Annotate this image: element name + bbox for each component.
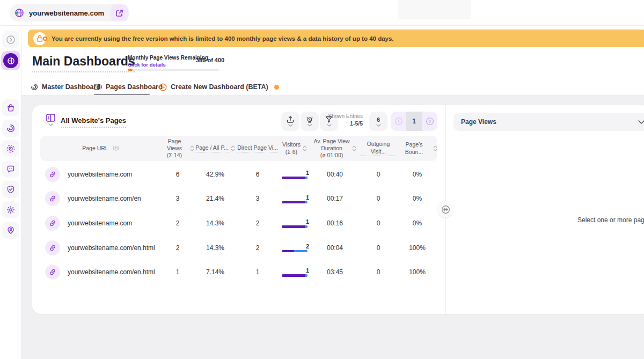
chevron-down-icon: [48, 123, 53, 126]
dashboard-pie-icon: [3, 53, 18, 68]
visitors-cell: 1: [279, 170, 310, 179]
column-header-page-share[interactable]: Page / All P...: [194, 144, 236, 152]
gear-icon: [6, 206, 15, 214]
sidebar-item-settings[interactable]: [2, 201, 19, 218]
chevron-down-icon: [308, 124, 312, 127]
page-views-value: 6: [161, 171, 194, 178]
avg-duration-value: 00:17: [310, 195, 360, 202]
sidebar-collapse-button[interactable]: [2, 31, 19, 48]
column-header-page-views[interactable]: Page Views(Σ 14): [161, 138, 194, 159]
column-label: Outgoing Visit...: [360, 141, 397, 156]
pagination-prev-button[interactable]: [391, 112, 406, 131]
shown-entries-value: 1-5/5: [320, 120, 363, 127]
tab-master-dashboard[interactable]: Master Dashboard: [31, 79, 100, 95]
sidebar-item-visitors[interactable]: [2, 140, 19, 157]
column-label: Page / All P...: [195, 144, 229, 152]
sidebar-item-dashboards[interactable]: [1, 51, 20, 70]
page-size-value: 6: [377, 116, 380, 123]
tab-pages-dashboard[interactable]: Pages Dashboard: [94, 79, 163, 95]
visitors-cell: 1: [279, 218, 310, 228]
sort-icon: [303, 145, 307, 151]
visitors-bar-blue: [305, 201, 308, 204]
avg-duration-value: 00:04: [310, 244, 360, 252]
open-website-button[interactable]: [111, 4, 128, 21]
page-link-button[interactable]: [45, 240, 60, 255]
widget-menu-button[interactable]: [46, 114, 55, 126]
quota-details-link[interactable]: Click for details: [128, 62, 166, 68]
page-views-dropdown[interactable]: Page Views: [453, 113, 644, 131]
page-share-value: 14.3%: [194, 244, 236, 252]
page-share-value: 42.9%: [194, 171, 236, 178]
table-row[interactable]: yourwebsitename.com/en.html 2 14.3% 2 2 …: [40, 236, 437, 260]
page-link-button[interactable]: [45, 167, 60, 182]
visitors-value: 1: [282, 267, 309, 274]
sidebar: [0, 26, 21, 359]
tab-label: Pages Dashboard: [106, 83, 163, 91]
bounce-value: 0%: [397, 171, 437, 178]
column-header-bounce[interactable]: Page's Boun...: [397, 141, 437, 155]
shown-entries-label: Shown Entries: [320, 113, 363, 119]
page-share-value: 21.4%: [194, 195, 236, 202]
quota-value: 385 of 400: [196, 57, 224, 63]
sidebar-item-behaviour[interactable]: [2, 120, 19, 137]
column-header-avg-duration[interactable]: Av. Page ViewDuration(ø 01:00): [310, 138, 360, 159]
page-link-button[interactable]: [45, 191, 60, 206]
sidebar-item-ecommerce[interactable]: [2, 99, 19, 116]
outgoing-value: 0: [360, 219, 397, 227]
visitors-bar: [282, 177, 308, 179]
column-label: Direct Page Vi...: [237, 144, 278, 152]
sidebar-item-feedback[interactable]: [2, 160, 19, 178]
chevron-down-icon: [638, 120, 644, 124]
chevron-down-icon: [288, 124, 293, 127]
column-filter-icon: [113, 145, 119, 151]
visitors-cell: 1: [279, 194, 310, 204]
column-header-outgoing[interactable]: Outgoing Visit...: [360, 141, 397, 156]
sidebar-item-privacy[interactable]: [2, 181, 19, 198]
sort-icon: [433, 145, 437, 151]
avg-duration-value: 00:16: [310, 219, 360, 227]
column-header-visitors[interactable]: Visitors(Σ 6): [279, 141, 310, 155]
visitors-bar: [282, 201, 308, 204]
table-row[interactable]: yourwebsitename.com/en.html 1 7.14% 1 1 …: [40, 260, 437, 284]
free-version-banner-text: You are currently using the free version…: [52, 35, 394, 42]
empty-selection-message: Select one or more pages to v: [577, 216, 644, 224]
bounce-value: 100%: [397, 244, 437, 252]
alerts-button[interactable]: [301, 112, 319, 131]
avg-duration-value: 03:45: [310, 268, 360, 276]
sidebar-item-location[interactable]: [2, 222, 19, 239]
export-button[interactable]: [281, 112, 299, 131]
direct-views-value: 2: [236, 244, 279, 252]
direct-views-value: 3: [236, 195, 279, 202]
visitors-bar-blue: [305, 177, 308, 179]
visitors-cell: 2: [279, 243, 310, 253]
panel-resize-handle[interactable]: [437, 201, 453, 217]
table-row[interactable]: yourwebsitename.com/en 3 21.4% 3 1 00:17…: [40, 187, 437, 211]
bag-icon: [6, 104, 15, 112]
pagination-next-button[interactable]: [422, 112, 437, 131]
page-link-button[interactable]: [45, 265, 60, 280]
bounce-value: 100%: [397, 268, 437, 276]
page-url: yourwebsitename.com/en.html: [68, 244, 155, 252]
pagination-current-page[interactable]: 1: [406, 112, 422, 131]
column-label: Page Views(Σ 14): [161, 138, 188, 159]
plus-circle-icon: [159, 83, 167, 91]
page-title: Main Dashboards: [32, 54, 135, 72]
visitors-bar-purple: [282, 274, 305, 277]
page-size-selector[interactable]: 6: [369, 112, 387, 131]
alert-dot-icon: [43, 36, 47, 41]
visitors-bar-blue: [305, 225, 308, 228]
outgoing-value: 0: [360, 171, 397, 178]
page-url: yourwebsitename.com/en: [68, 195, 141, 202]
column-header-page-url[interactable]: Page URL: [40, 145, 161, 152]
column-label: Visitors(Σ 6): [282, 141, 301, 155]
table-row[interactable]: yourwebsitename.com 6 42.9% 6 1 00:40 0 …: [40, 162, 437, 187]
page-views-dropdown-label: Page Views: [461, 118, 496, 126]
pages-dashboard-icon: [94, 83, 102, 91]
table-row[interactable]: yourwebsitename.com 2 14.3% 2 1 00:16 0 …: [40, 211, 437, 236]
tab-create-new-dashboard[interactable]: Create New Dashboard (BETA): [159, 79, 279, 95]
column-header-direct-views[interactable]: Direct Page Vi...: [236, 144, 279, 152]
page-link-button[interactable]: [45, 216, 60, 231]
visitors-bar-blue: [294, 250, 308, 253]
shown-entries: Shown Entries 1-5/5: [320, 113, 363, 127]
external-link-icon: [115, 9, 123, 17]
